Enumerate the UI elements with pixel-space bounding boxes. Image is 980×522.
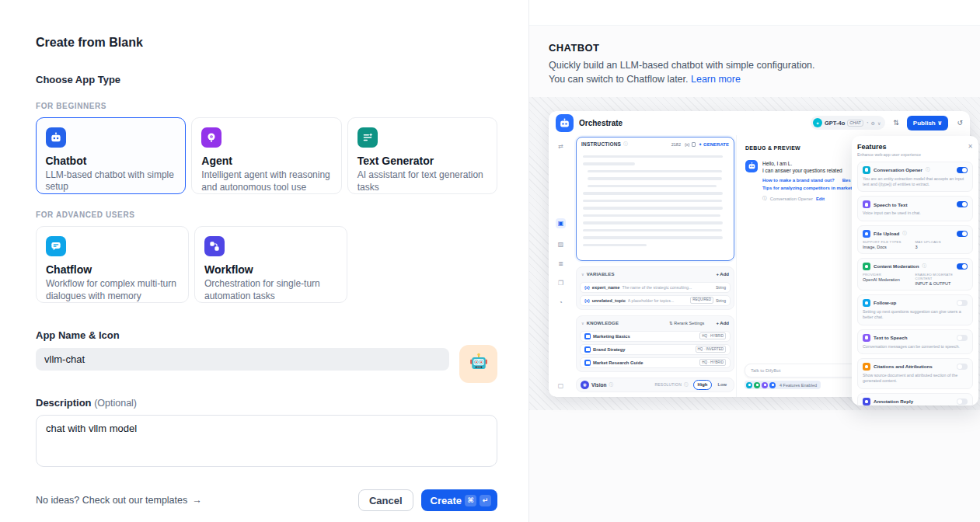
publish-button[interactable]: Publish ∨ xyxy=(907,116,949,130)
cancel-button[interactable]: Cancel xyxy=(358,489,413,511)
vision-section: ◉ Vision ⓘ RESOLUTION ⓘ High Low xyxy=(576,378,734,392)
feature-card-citations-and-attributions[interactable]: Citations and AttributionsShow source do… xyxy=(857,358,973,389)
info-icon: ⓘ xyxy=(623,141,628,147)
knowledge-row[interactable]: Marketing BasicsHQ · HYBRID xyxy=(580,331,731,342)
feature-toggle[interactable] xyxy=(957,398,968,405)
orchestrate-header: Orchestrate ✦ GPT-4o CHAT ◔ ⚙ ∨ ⇅ Publis… xyxy=(549,111,970,135)
model-mode-badge: CHAT xyxy=(847,120,863,127)
feature-card-speech-to-text[interactable]: Speech to TextVoice input can be used in… xyxy=(857,196,973,221)
description-optional-text: (Optional) xyxy=(94,398,137,409)
instructions-skeleton xyxy=(577,151,734,260)
knowledge-section: ∨ KNOWLEDGE ⇅ Rerank Settings + Add Mark… xyxy=(576,315,734,372)
feature-card-content-moderation[interactable]: Content ModerationⓘPROVIDEROpenAI Modera… xyxy=(857,258,973,291)
app-type-card-text-generator[interactable]: Text GeneratorAI assistant for text gene… xyxy=(347,117,497,194)
knowledge-name: Market Research Guide xyxy=(593,360,643,365)
variables-section: ∨ VARIABLES + Add {x}expert_nameThe name… xyxy=(576,266,734,310)
feature-name: Citations and Attributions xyxy=(874,364,933,369)
opener-icon: ⓘ xyxy=(762,195,767,202)
frame-icon[interactable]: ▢ xyxy=(558,382,564,389)
enter-key-icon: ↵ xyxy=(480,495,491,506)
rerank-settings-button[interactable]: ⇅ Rerank Settings xyxy=(669,321,704,325)
app-icon-picker-button[interactable] xyxy=(459,345,497,383)
knowledge-row[interactable]: Brand StrategyHQ · INVERTED xyxy=(580,344,731,355)
variable-row[interactable]: {x}expert_nameThe name of the strategic … xyxy=(580,282,731,293)
chat-line-1: Hello, I am L. xyxy=(762,160,852,168)
prompt-icon[interactable]: ▣ xyxy=(556,218,567,228)
info-heading: CHATBOT xyxy=(549,42,961,54)
settings-icon: ⚙ xyxy=(871,120,875,126)
app-name-block xyxy=(36,348,497,371)
chatflow-icon xyxy=(46,236,66,256)
image-icon[interactable]: ▨ xyxy=(558,241,564,248)
features-title: Features xyxy=(857,143,887,151)
app-type-card-chatbot[interactable]: ChatbotLLM-based chatbot with simple set… xyxy=(36,117,186,194)
instructions-title: INSTRUCTIONS xyxy=(581,141,621,147)
skeleton-line xyxy=(583,244,647,247)
knowledge-row[interactable]: Market Research GuideHQ · HYBRID xyxy=(580,357,731,368)
close-icon[interactable]: ✕ xyxy=(968,143,973,150)
features-header: Features ✕ xyxy=(857,143,973,151)
swap-icon[interactable]: ⇄ xyxy=(558,143,563,150)
create-button[interactable]: Create ⌘ ↵ xyxy=(421,489,497,511)
add-variable-button[interactable]: + Add xyxy=(716,272,729,277)
generate-button[interactable]: ✦ GENERATE xyxy=(698,141,729,147)
feature-row: Citations and Attributions xyxy=(863,363,968,371)
feature-name: Follow-up xyxy=(874,300,896,305)
feature-description: Conversation messages can be converted t… xyxy=(863,344,968,350)
instructions-panel[interactable]: INSTRUCTIONS ⓘ 2182 {x} ✦ GENERATE xyxy=(576,137,734,261)
feature-toggle[interactable] xyxy=(957,231,968,237)
resolution-low-button[interactable]: Low xyxy=(714,380,730,390)
feature-toggle[interactable] xyxy=(957,263,968,270)
suggestion-link[interactable]: How to make a brand stand out? xyxy=(762,178,835,183)
app-name-input[interactable] xyxy=(36,348,449,371)
feature-toggle[interactable] xyxy=(957,167,968,173)
app-type-card-chatflow[interactable]: ChatflowWorkflow for complex multi-turn … xyxy=(36,226,189,303)
suggestion-link[interactable]: Tips for analyzing competitors in market xyxy=(762,186,852,190)
knowledge-name: Brand Strategy xyxy=(593,347,626,352)
bot-avatar-icon xyxy=(745,160,758,172)
params-sliders-icon[interactable]: ⇅ xyxy=(893,119,899,127)
feature-card-annotation-reply[interactable]: Annotation Reply xyxy=(857,393,973,405)
add-knowledge-button[interactable]: + Add xyxy=(716,321,729,325)
chevron-down-icon[interactable]: ∨ xyxy=(581,272,584,277)
features-panel: Features ✕ Enhance web-app user experien… xyxy=(852,136,978,405)
description-textarea[interactable] xyxy=(36,415,497,467)
app-type-card-workflow[interactable]: WorkflowOrchestration for single-turn au… xyxy=(194,226,347,303)
feature-card-file-upload[interactable]: File UploadⓘSUPPORT FILE TYPESImage, Doc… xyxy=(857,225,973,254)
variable-description: The name of the strategic consulting... xyxy=(622,285,713,290)
opener-label: Conversation Opener xyxy=(770,197,813,201)
app-type-name: Chatflow xyxy=(46,263,179,276)
skeleton-line xyxy=(588,177,722,180)
app-type-description: Workflow for complex multi-turn dialogue… xyxy=(46,278,179,303)
skeleton-line xyxy=(583,162,635,165)
citations-icon xyxy=(863,363,870,371)
feature-toggle[interactable] xyxy=(957,201,968,207)
knowledge-folder-icon xyxy=(584,360,591,366)
feature-card-follow-up[interactable]: Follow-upSetting up next questions sugge… xyxy=(857,294,973,325)
model-selector[interactable]: ✦ GPT-4o CHAT ◔ ⚙ ∨ xyxy=(811,116,885,130)
feature-toggle[interactable] xyxy=(957,300,968,306)
feature-card-conversation-opener[interactable]: Conversation OpenerⓘYou are an entity ex… xyxy=(857,162,973,193)
setting-value: OpenAI Moderation xyxy=(863,277,915,282)
feature-toggle[interactable] xyxy=(957,364,968,370)
variable-row[interactable]: {x}unrelated_topicA placeholder for topi… xyxy=(580,295,731,306)
copy-icon[interactable] xyxy=(692,142,696,147)
suggestion-link[interactable]: Bes xyxy=(842,178,851,183)
globe-icon[interactable]: ◔ xyxy=(559,299,563,306)
learn-more-link[interactable]: Learn more xyxy=(691,74,741,85)
resolution-high-button[interactable]: High xyxy=(693,380,713,390)
follow-up-icon xyxy=(863,299,870,307)
info-icon: ⓘ xyxy=(922,263,926,269)
app-type-card-agent[interactable]: AgentIntelligent agent with reasoning an… xyxy=(191,117,341,194)
templates-link[interactable]: No ideas? Check out our templates → xyxy=(36,495,202,506)
feature-card-text-to-speech[interactable]: Text to SpeechConversation messages can … xyxy=(857,329,973,354)
list-icon[interactable]: ≣ xyxy=(558,260,563,267)
skeleton-line xyxy=(583,155,723,158)
doc-icon[interactable]: ❐ xyxy=(558,280,563,287)
enabled-feature-icon xyxy=(754,382,760,388)
history-icon[interactable]: ↺ xyxy=(957,119,963,127)
feature-toggle[interactable] xyxy=(957,335,968,341)
edit-opener-link[interactable]: Edit xyxy=(816,197,825,201)
enabled-feature-icon xyxy=(746,382,752,388)
chevron-down-icon[interactable]: ∨ xyxy=(581,321,584,325)
